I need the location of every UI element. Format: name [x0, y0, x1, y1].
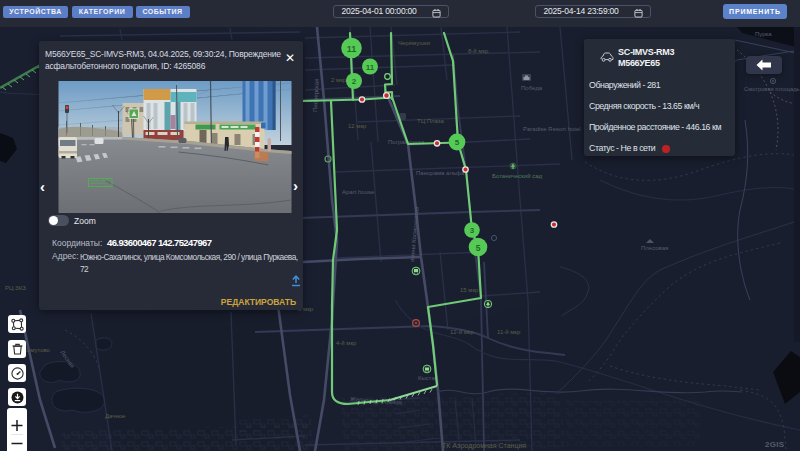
svg-text:Apart house: Apart house [342, 189, 375, 195]
svg-text:2 мкр: 2 мкр [331, 77, 347, 83]
svg-text:11: 11 [366, 63, 375, 72]
svg-text:Черёмушки: Черёмушки [398, 40, 430, 46]
svg-text:2: 2 [352, 77, 357, 86]
svg-text:Победа: Победа [521, 85, 543, 91]
svg-text:5: 5 [476, 243, 481, 253]
svg-text:Смотровая площадь: Смотровая площадь [744, 86, 800, 92]
svg-text:Кыстау: Кыстау [418, 375, 438, 381]
svg-text:12-й мкр: 12-й мкр [450, 329, 474, 335]
svg-text:Ботанический сад: Ботанический сад [492, 173, 543, 179]
svg-text:15 мкр: 15 мкр [460, 287, 479, 293]
svg-text:4-й мкр: 4-й мкр [336, 340, 357, 346]
svg-text:3: 3 [470, 226, 475, 235]
svg-text:Плесовая: Плесовая [641, 245, 668, 251]
svg-text:5: 5 [455, 138, 460, 147]
svg-text:Пурка: Пурка [755, 31, 772, 37]
svg-text:РЦ ЗКЗ: РЦ ЗКЗ [5, 285, 26, 291]
svg-text:11: 11 [347, 44, 357, 54]
svg-text:11-й мкр: 11-й мкр [497, 329, 521, 335]
svg-text:Панорама альфа: Панорама альфа [416, 170, 465, 176]
svg-text:12 мкр: 12 мкр [348, 123, 367, 129]
svg-text:ТК Аэродромная Станция: ТК Аэродромная Станция [442, 442, 526, 450]
svg-text:8-й мкр: 8-й мкр [468, 48, 489, 54]
svg-text:Дачное: Дачное [105, 413, 126, 419]
svg-text:ТЦ Плаза: ТЦ Плаза [417, 118, 445, 124]
svg-text:Paradise Resort hotel: Paradise Resort hotel [523, 126, 581, 132]
svg-text:Хомутово: Хомутово [23, 347, 51, 353]
